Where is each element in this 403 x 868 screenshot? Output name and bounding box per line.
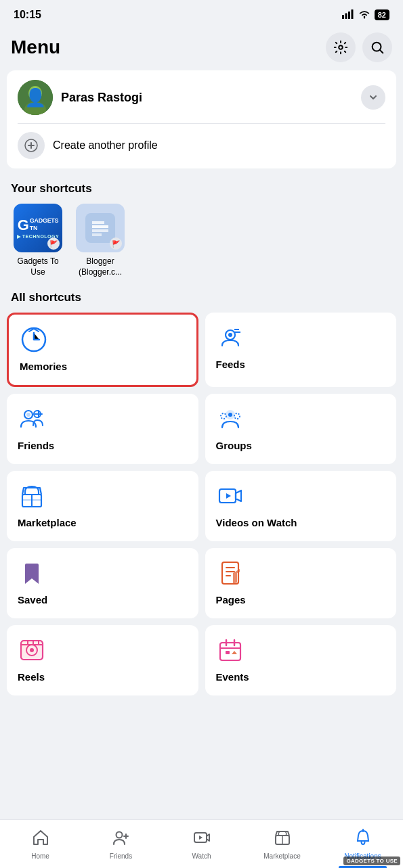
shortcut-card-videos[interactable]: Videos on Watch	[205, 471, 397, 541]
shortcut-blogger[interactable]: 🚩 Blogger(Blogger.c...	[73, 204, 127, 277]
svg-point-8	[24, 101, 46, 115]
reels-label: Reels	[18, 671, 45, 683]
nav-friends-icon	[112, 829, 130, 850]
status-time: 10:15	[14, 9, 41, 21]
reels-icon	[18, 636, 46, 664]
header: Menu	[0, 27, 403, 70]
svg-rect-0	[342, 15, 344, 19]
svg-rect-38	[21, 641, 43, 660]
battery-icon: 82	[375, 9, 389, 20]
divider	[18, 123, 385, 124]
profile-row: Paras Rastogi	[18, 80, 385, 115]
nav-watch-icon	[193, 829, 211, 850]
page-title: Menu	[11, 37, 60, 58]
nav-marketplace-icon	[274, 829, 291, 850]
create-profile-button[interactable]: Create another profile	[18, 132, 385, 159]
memories-icon	[20, 325, 48, 354]
nav-marketplace-label: Marketplace	[263, 852, 300, 860]
shortcuts-section-label: Your shortcuts	[0, 177, 403, 201]
shortcut-card-reels[interactable]: Reels	[7, 625, 198, 695]
search-button[interactable]	[362, 32, 392, 62]
shortcut-card-pages[interactable]: Pages	[205, 548, 397, 618]
friends-icon	[18, 405, 46, 433]
groups-label: Groups	[216, 440, 252, 451]
svg-point-7	[28, 86, 42, 101]
shortcut-card-groups[interactable]: Groups	[205, 394, 397, 464]
pages-label: Pages	[216, 594, 246, 606]
events-icon	[216, 636, 245, 664]
shortcut-blogger-icon: 🚩	[76, 204, 125, 252]
profile-name: Paras Rastogi	[61, 91, 142, 105]
nav-friends-label: Friends	[110, 852, 132, 860]
saved-icon	[18, 559, 46, 587]
nav-watch-label: Watch	[192, 852, 211, 860]
nav-home[interactable]: Home	[0, 820, 81, 868]
shortcut-blogger-label: Blogger(Blogger.c...	[79, 256, 122, 277]
videos-label: Videos on Watch	[216, 517, 297, 528]
shortcuts-row: G GADGETS TN ▶ TECHNOLOGY 🚩 Gadgets ToUs…	[0, 201, 403, 285]
svg-rect-3	[351, 9, 353, 19]
svg-point-14	[228, 333, 232, 337]
svg-point-25	[234, 413, 240, 419]
status-icons: 82	[342, 9, 389, 21]
memories-label: Memories	[20, 361, 67, 372]
shortcut-gadgets-label: Gadgets ToUse	[17, 256, 58, 277]
profile-card: Paras Rastogi Create another profile	[7, 70, 396, 168]
home-icon	[32, 829, 49, 850]
svg-point-44	[116, 831, 122, 838]
bottom-nav: Home Friends Watch	[0, 819, 403, 868]
nav-friends[interactable]: Friends	[81, 820, 161, 868]
nav-home-label: Home	[31, 852, 49, 860]
pages-icon	[216, 559, 245, 587]
nav-marketplace[interactable]: Marketplace	[242, 820, 322, 868]
nav-notifications-icon	[354, 829, 372, 850]
marketplace-label: Marketplace	[18, 517, 77, 528]
svg-point-24	[221, 413, 226, 419]
feeds-icon	[216, 323, 245, 352]
shortcut-card-feeds[interactable]: Feeds	[205, 313, 397, 387]
svg-point-9	[29, 87, 41, 99]
shortcut-card-memories[interactable]: Memories	[7, 313, 198, 387]
svg-rect-2	[348, 12, 350, 19]
shortcut-card-events[interactable]: Events	[205, 625, 397, 695]
marketplace-icon	[18, 482, 46, 510]
nav-watch[interactable]: Watch	[161, 820, 242, 868]
saved-label: Saved	[18, 594, 47, 606]
all-shortcuts-grid: Memories Feeds F	[0, 310, 403, 702]
svg-point-18	[26, 413, 30, 417]
signal-icon	[342, 9, 354, 21]
header-actions	[326, 32, 392, 62]
svg-point-23	[228, 413, 232, 417]
shortcut-card-marketplace[interactable]: Marketplace	[7, 471, 198, 541]
plus-icon	[18, 132, 45, 159]
shortcut-card-friends[interactable]: Friends	[7, 394, 198, 464]
settings-button[interactable]	[326, 32, 356, 62]
all-shortcuts-section-label: All shortcuts	[0, 285, 403, 310]
shortcut-gadgets-icon: G GADGETS TN ▶ TECHNOLOGY 🚩	[14, 204, 62, 252]
profile-dropdown-button[interactable]	[361, 85, 385, 110]
groups-icon	[216, 405, 245, 433]
status-bar: 10:15 82	[0, 0, 403, 27]
feeds-label: Feeds	[216, 359, 245, 370]
create-profile-label: Create another profile	[53, 139, 158, 152]
profile-left: Paras Rastogi	[18, 80, 142, 115]
svg-rect-43	[226, 651, 230, 654]
svg-rect-1	[345, 13, 347, 19]
videos-icon	[216, 482, 245, 510]
shortcut-gadgets[interactable]: G GADGETS TN ▶ TECHNOLOGY 🚩 Gadgets ToUs…	[11, 204, 65, 277]
svg-point-4	[339, 45, 343, 49]
svg-rect-39	[220, 643, 240, 660]
avatar	[18, 80, 53, 115]
events-label: Events	[216, 671, 249, 683]
friends-label: Friends	[18, 440, 54, 451]
shortcut-card-saved[interactable]: Saved	[7, 548, 198, 618]
wifi-icon	[358, 9, 370, 21]
watermark: GADGETS TO USE	[343, 856, 400, 865]
